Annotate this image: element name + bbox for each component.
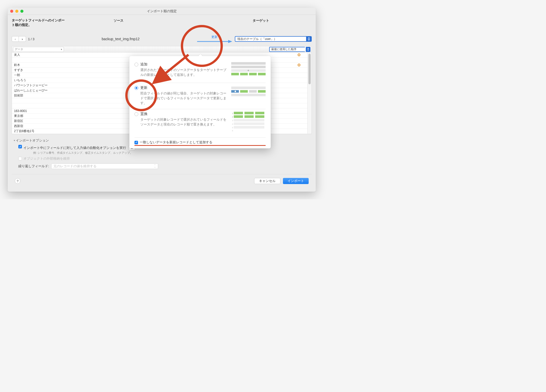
svg-rect-29 — [255, 115, 264, 118]
import-button[interactable]: インポート — [283, 178, 309, 184]
svg-rect-19 — [249, 90, 257, 93]
svg-rect-25 — [255, 112, 264, 114]
row-source-value: すずき — [14, 68, 101, 72]
prev-record-button[interactable]: ‹ — [12, 36, 19, 42]
add-unmatched-checkbox[interactable] — [134, 141, 138, 144]
zoom-icon[interactable] — [20, 10, 23, 13]
mode-update-thumbnail — [231, 86, 266, 105]
svg-rect-24 — [244, 112, 254, 114]
dropdown-icon — [306, 47, 310, 52]
source-data-dropdown[interactable]: データ — [13, 47, 64, 52]
svg-marker-3 — [308, 39, 310, 40]
repeating-field-value: 元のレコードの値を維持する — [53, 164, 97, 169]
mode-replace-desc: ターゲットの対象レコードで選択されているフィールドをソースデータと現在のレコード… — [140, 117, 228, 127]
mode-replace-option[interactable]: 置換 ターゲットの対象レコードで選択されているフィールドをソースデータと現在のレ… — [134, 109, 266, 136]
import-mode-popover: 追加 選択されたフィールドのソースデータをターゲットテーブルの新規レコードとして… — [129, 56, 271, 148]
row-source-value: 友人 — [14, 53, 101, 57]
svg-rect-17 — [235, 91, 236, 92]
row-source-value: 鈴木 — [14, 63, 101, 67]
svg-text:+: + — [247, 69, 249, 72]
row-source-value: 東京都 — [14, 114, 101, 118]
svg-rect-27 — [234, 115, 243, 118]
svg-text:5: 5 — [232, 127, 233, 129]
radio-icon — [134, 86, 138, 90]
svg-rect-10 — [231, 73, 239, 75]
import-mode-label: 更新 — [211, 35, 217, 39]
window-title: インポート順の指定 — [8, 9, 316, 13]
mode-add-option[interactable]: 追加 選択されたフィールドのソースデータをターゲットテーブルの新規レコードとして… — [134, 60, 266, 83]
titlebar: インポート順の指定 — [8, 8, 316, 15]
svg-text:4: 4 — [232, 123, 233, 125]
svg-marker-4 — [307, 48, 309, 49]
auto-enter-label: インポート中にフィールドに対して入力値の自動化オプションを実行 — [23, 146, 126, 150]
traffic-lights — [10, 10, 23, 13]
svg-rect-28 — [244, 115, 254, 118]
row-source-value: 163-8001 — [14, 109, 101, 113]
radio-icon — [134, 112, 138, 116]
mode-add-thumbnail: + — [231, 62, 266, 79]
row-source-value: いちろう — [14, 78, 101, 82]
target-column-label: ターゲット — [210, 18, 312, 23]
scroll-thumb[interactable] — [308, 54, 311, 84]
gear-icon[interactable]: ⚙ — [297, 52, 301, 57]
svg-rect-33 — [234, 122, 264, 125]
target-table-value: 現在のテーブル（「user」） — [235, 36, 306, 42]
cancel-button[interactable]: キャンセル — [254, 178, 280, 184]
row-source-value: 西新宿 — [14, 124, 101, 128]
mode-replace-thumbnail: 1 2 3 4 5 6 — [231, 112, 266, 132]
auto-enter-sublabel: 例: シリアル番号、作成タイムスタンプ、修正タイムスタンプ、ルックアップ。 — [33, 151, 135, 155]
svg-rect-21 — [231, 94, 266, 96]
repeating-field-label: 繰り返しフィールド: — [18, 164, 49, 169]
source-file-name: backup_text_img.fmp12 — [47, 37, 194, 41]
svg-rect-13 — [258, 73, 266, 75]
svg-rect-11 — [240, 73, 248, 75]
external-storage-label: オブジェクトの外部格納を維持 — [23, 156, 70, 161]
close-icon[interactable] — [10, 10, 13, 13]
dialog-window: インポート順の指定 ターゲットフィールドへのインポート順の指定。 ソース ターゲ… — [8, 8, 316, 192]
svg-rect-6 — [231, 62, 266, 65]
header-text: ターゲットフィールドへのインポート順の指定。 — [12, 18, 68, 27]
add-unmatched-checkbox-row[interactable]: 一致しないデータを新規レコードとして追加する — [134, 137, 266, 146]
svg-rect-7 — [231, 66, 266, 68]
svg-rect-23 — [234, 112, 243, 114]
dropdown-icon — [306, 36, 312, 42]
svg-rect-20 — [258, 90, 266, 93]
mode-update-option[interactable]: 更新 照合フィールドの値が同じ場合、ターゲットの対象レコードで選択されているフィ… — [134, 83, 266, 109]
svg-rect-35 — [234, 126, 264, 129]
svg-rect-12 — [249, 73, 257, 75]
row-source-value: ぱわーしふとじぇーぴー — [14, 88, 101, 93]
next-record-button[interactable]: › — [19, 36, 26, 42]
mode-replace-title: 置換 — [140, 112, 147, 116]
row-source-value: 技術部 — [14, 93, 101, 98]
arrange-order-dropdown[interactable]: 最後に使用した順序 — [269, 47, 305, 52]
svg-rect-14 — [231, 87, 266, 89]
repeating-field-select[interactable]: 元のレコードの値を維持する — [51, 163, 158, 169]
svg-rect-31 — [234, 119, 264, 121]
row-source-value: 新宿区 — [14, 119, 101, 123]
auto-enter-checkbox[interactable] — [18, 145, 22, 148]
target-table-select[interactable]: 現在のテーブル（「user」） — [235, 36, 312, 42]
import-mode-button[interactable]: 更新 — [194, 34, 235, 44]
gear-icon[interactable]: ⚙ — [297, 63, 301, 67]
source-data-label: データ — [15, 47, 23, 51]
mode-update-desc: 照合フィールドの値が同じ場合、ターゲットの対象レコードで選択されているフィールド… — [140, 91, 228, 105]
svg-text:1: 1 — [232, 112, 233, 115]
svg-marker-5 — [307, 50, 309, 50]
radio-icon — [134, 63, 138, 66]
row-source-value: パワーシフトジェーピー — [14, 83, 101, 88]
svg-text:3: 3 — [232, 119, 233, 122]
external-storage-checkbox — [18, 157, 22, 160]
page-indicator: 1 / 3 — [28, 37, 34, 41]
add-unmatched-label: 一致しないデータを新規レコードとして追加する — [140, 140, 212, 145]
svg-rect-18 — [240, 90, 248, 93]
mode-add-desc: 選択されたフィールドのソースデータをターゲットテーブルの新規レコードとして追加し… — [140, 68, 228, 77]
mode-update-title: 更新 — [140, 86, 147, 90]
help-button[interactable]: ? — [15, 178, 20, 184]
row-source-value: 一郎 — [14, 73, 101, 77]
row-source-value: 2丁目8番地1号 — [14, 129, 101, 133]
svg-marker-2 — [308, 37, 310, 38]
vertical-scrollbar[interactable] — [307, 53, 311, 134]
svg-marker-1 — [228, 40, 232, 43]
arrange-order-label: 最後に使用した順序 — [271, 47, 296, 51]
minimize-icon[interactable] — [15, 10, 18, 13]
